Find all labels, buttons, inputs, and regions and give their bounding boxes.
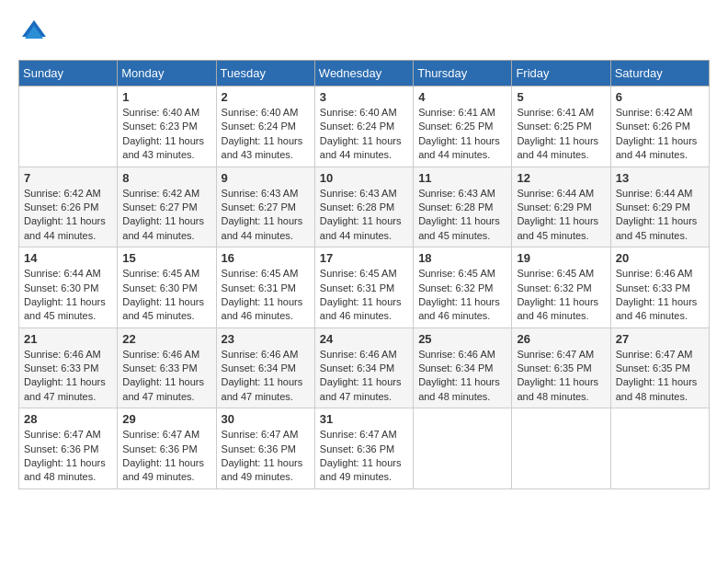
day-number: 14 bbox=[24, 251, 112, 265]
calendar-cell: 23Sunrise: 6:46 AMSunset: 6:34 PMDayligh… bbox=[216, 327, 314, 408]
day-detail: Sunrise: 6:44 AMSunset: 6:30 PMDaylight:… bbox=[24, 267, 112, 324]
day-number: 17 bbox=[320, 251, 408, 265]
day-detail: Sunrise: 6:47 AMSunset: 6:36 PMDaylight:… bbox=[222, 428, 310, 485]
day-number: 22 bbox=[122, 332, 210, 346]
day-detail: Sunrise: 6:41 AMSunset: 6:25 PMDaylight:… bbox=[517, 106, 605, 163]
calendar-cell: 13Sunrise: 6:44 AMSunset: 6:29 PMDayligh… bbox=[610, 167, 709, 247]
day-detail: Sunrise: 6:40 AMSunset: 6:24 PMDaylight:… bbox=[320, 106, 408, 163]
day-number: 4 bbox=[418, 90, 506, 104]
day-number: 28 bbox=[24, 412, 112, 426]
calendar-cell: 24Sunrise: 6:46 AMSunset: 6:34 PMDayligh… bbox=[314, 327, 413, 408]
calendar-cell: 2Sunrise: 6:40 AMSunset: 6:24 PMDaylight… bbox=[216, 86, 314, 167]
calendar-cell: 31Sunrise: 6:47 AMSunset: 6:36 PMDayligh… bbox=[314, 408, 413, 489]
calendar-cell: 26Sunrise: 6:47 AMSunset: 6:35 PMDayligh… bbox=[512, 327, 610, 408]
calendar-cell: 6Sunrise: 6:42 AMSunset: 6:26 PMDaylight… bbox=[610, 86, 709, 167]
day-detail: Sunrise: 6:44 AMSunset: 6:29 PMDaylight:… bbox=[616, 187, 704, 244]
calendar-cell: 1Sunrise: 6:40 AMSunset: 6:23 PMDaylight… bbox=[118, 86, 216, 167]
day-number: 5 bbox=[517, 90, 605, 104]
day-number: 7 bbox=[24, 171, 112, 185]
day-number: 6 bbox=[616, 90, 704, 104]
page-header bbox=[18, 18, 710, 51]
day-number: 15 bbox=[122, 251, 210, 265]
day-detail: Sunrise: 6:47 AMSunset: 6:35 PMDaylight:… bbox=[616, 348, 704, 405]
calendar-cell: 21Sunrise: 6:46 AMSunset: 6:33 PMDayligh… bbox=[19, 327, 118, 408]
day-detail: Sunrise: 6:45 AMSunset: 6:31 PMDaylight:… bbox=[320, 267, 408, 324]
calendar-cell: 3Sunrise: 6:40 AMSunset: 6:24 PMDaylight… bbox=[314, 86, 413, 167]
calendar-week-row: 28Sunrise: 6:47 AMSunset: 6:36 PMDayligh… bbox=[19, 408, 710, 489]
day-detail: Sunrise: 6:40 AMSunset: 6:24 PMDaylight:… bbox=[222, 106, 310, 163]
logo-icon bbox=[20, 18, 48, 46]
day-number: 24 bbox=[320, 332, 408, 346]
calendar-week-row: 7Sunrise: 6:42 AMSunset: 6:26 PMDaylight… bbox=[19, 167, 710, 247]
weekday-header: Saturday bbox=[610, 61, 709, 86]
weekday-header: Monday bbox=[118, 61, 216, 86]
calendar-cell: 17Sunrise: 6:45 AMSunset: 6:31 PMDayligh… bbox=[314, 247, 413, 328]
logo bbox=[18, 18, 48, 51]
calendar-cell: 9Sunrise: 6:43 AMSunset: 6:27 PMDaylight… bbox=[216, 167, 314, 247]
day-detail: Sunrise: 6:47 AMSunset: 6:35 PMDaylight:… bbox=[517, 348, 605, 405]
weekday-header: Wednesday bbox=[314, 61, 413, 86]
day-detail: Sunrise: 6:40 AMSunset: 6:23 PMDaylight:… bbox=[122, 106, 210, 163]
day-detail: Sunrise: 6:43 AMSunset: 6:28 PMDaylight:… bbox=[320, 187, 408, 244]
calendar-cell: 16Sunrise: 6:45 AMSunset: 6:31 PMDayligh… bbox=[216, 247, 314, 328]
day-number: 27 bbox=[616, 332, 704, 346]
day-detail: Sunrise: 6:46 AMSunset: 6:33 PMDaylight:… bbox=[122, 348, 210, 405]
day-number: 10 bbox=[320, 171, 408, 185]
day-detail: Sunrise: 6:43 AMSunset: 6:27 PMDaylight:… bbox=[222, 187, 310, 244]
day-detail: Sunrise: 6:47 AMSunset: 6:36 PMDaylight:… bbox=[122, 428, 210, 485]
weekday-header: Thursday bbox=[414, 61, 512, 86]
weekday-header: Sunday bbox=[19, 61, 118, 86]
calendar-week-row: 21Sunrise: 6:46 AMSunset: 6:33 PMDayligh… bbox=[19, 327, 710, 408]
calendar-cell: 28Sunrise: 6:47 AMSunset: 6:36 PMDayligh… bbox=[19, 408, 118, 489]
calendar-cell: 10Sunrise: 6:43 AMSunset: 6:28 PMDayligh… bbox=[314, 167, 413, 247]
day-detail: Sunrise: 6:42 AMSunset: 6:27 PMDaylight:… bbox=[122, 187, 210, 244]
day-detail: Sunrise: 6:46 AMSunset: 6:34 PMDaylight:… bbox=[418, 348, 506, 405]
calendar-cell: 4Sunrise: 6:41 AMSunset: 6:25 PMDaylight… bbox=[414, 86, 512, 167]
calendar-cell: 25Sunrise: 6:46 AMSunset: 6:34 PMDayligh… bbox=[414, 327, 512, 408]
day-detail: Sunrise: 6:42 AMSunset: 6:26 PMDaylight:… bbox=[616, 106, 704, 163]
day-number: 20 bbox=[616, 251, 704, 265]
day-number: 31 bbox=[320, 412, 408, 426]
day-number: 30 bbox=[222, 412, 310, 426]
day-detail: Sunrise: 6:46 AMSunset: 6:33 PMDaylight:… bbox=[24, 348, 112, 405]
day-detail: Sunrise: 6:42 AMSunset: 6:26 PMDaylight:… bbox=[24, 187, 112, 244]
day-number: 3 bbox=[320, 90, 408, 104]
weekday-header-row: SundayMondayTuesdayWednesdayThursdayFrid… bbox=[19, 61, 710, 86]
calendar-cell: 27Sunrise: 6:47 AMSunset: 6:35 PMDayligh… bbox=[610, 327, 709, 408]
day-number: 18 bbox=[418, 251, 506, 265]
day-detail: Sunrise: 6:41 AMSunset: 6:25 PMDaylight:… bbox=[418, 106, 506, 163]
calendar-cell: 12Sunrise: 6:44 AMSunset: 6:29 PMDayligh… bbox=[512, 167, 610, 247]
day-detail: Sunrise: 6:47 AMSunset: 6:36 PMDaylight:… bbox=[24, 428, 112, 485]
calendar-cell: 14Sunrise: 6:44 AMSunset: 6:30 PMDayligh… bbox=[19, 247, 118, 328]
calendar-cell bbox=[512, 408, 610, 489]
calendar-cell: 19Sunrise: 6:45 AMSunset: 6:32 PMDayligh… bbox=[512, 247, 610, 328]
day-detail: Sunrise: 6:44 AMSunset: 6:29 PMDaylight:… bbox=[517, 187, 605, 244]
calendar-cell bbox=[610, 408, 709, 489]
day-number: 29 bbox=[122, 412, 210, 426]
day-number: 16 bbox=[222, 251, 310, 265]
day-number: 25 bbox=[418, 332, 506, 346]
day-number: 13 bbox=[616, 171, 704, 185]
calendar-cell: 29Sunrise: 6:47 AMSunset: 6:36 PMDayligh… bbox=[118, 408, 216, 489]
calendar-cell: 11Sunrise: 6:43 AMSunset: 6:28 PMDayligh… bbox=[414, 167, 512, 247]
calendar-cell: 7Sunrise: 6:42 AMSunset: 6:26 PMDaylight… bbox=[19, 167, 118, 247]
calendar-cell bbox=[414, 408, 512, 489]
day-number: 1 bbox=[122, 90, 210, 104]
day-detail: Sunrise: 6:45 AMSunset: 6:32 PMDaylight:… bbox=[418, 267, 506, 324]
calendar-table: SundayMondayTuesdayWednesdayThursdayFrid… bbox=[18, 60, 710, 489]
day-detail: Sunrise: 6:46 AMSunset: 6:34 PMDaylight:… bbox=[222, 348, 310, 405]
calendar-cell: 20Sunrise: 6:46 AMSunset: 6:33 PMDayligh… bbox=[610, 247, 709, 328]
day-detail: Sunrise: 6:45 AMSunset: 6:30 PMDaylight:… bbox=[122, 267, 210, 324]
day-detail: Sunrise: 6:47 AMSunset: 6:36 PMDaylight:… bbox=[320, 428, 408, 485]
calendar-cell bbox=[19, 86, 118, 167]
calendar-week-row: 1Sunrise: 6:40 AMSunset: 6:23 PMDaylight… bbox=[19, 86, 710, 167]
day-number: 12 bbox=[517, 171, 605, 185]
calendar-cell: 22Sunrise: 6:46 AMSunset: 6:33 PMDayligh… bbox=[118, 327, 216, 408]
day-detail: Sunrise: 6:43 AMSunset: 6:28 PMDaylight:… bbox=[418, 187, 506, 244]
day-number: 9 bbox=[222, 171, 310, 185]
day-number: 23 bbox=[222, 332, 310, 346]
calendar-week-row: 14Sunrise: 6:44 AMSunset: 6:30 PMDayligh… bbox=[19, 247, 710, 328]
calendar-cell: 15Sunrise: 6:45 AMSunset: 6:30 PMDayligh… bbox=[118, 247, 216, 328]
day-number: 19 bbox=[517, 251, 605, 265]
calendar-cell: 18Sunrise: 6:45 AMSunset: 6:32 PMDayligh… bbox=[414, 247, 512, 328]
